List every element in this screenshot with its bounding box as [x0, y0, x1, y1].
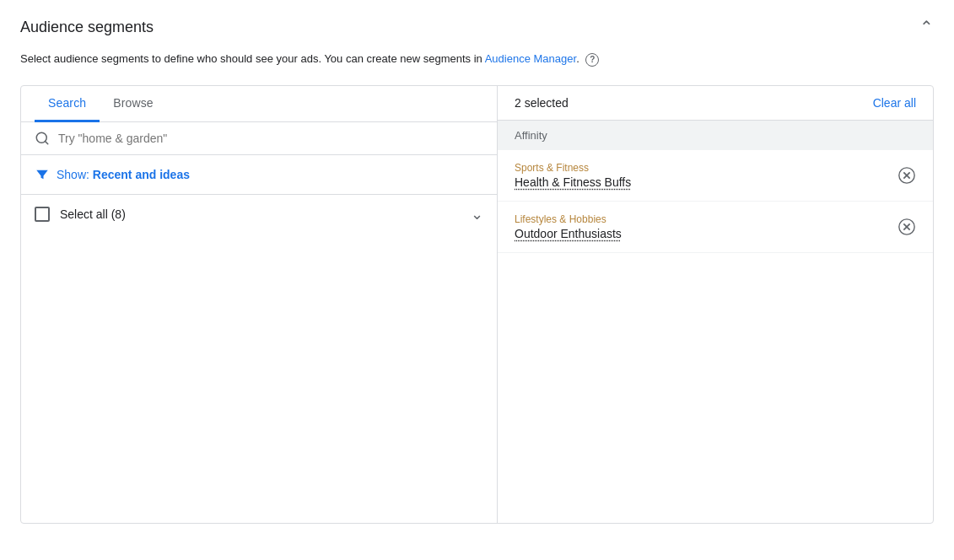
main-panel: Search Browse — [20, 85, 934, 524]
segment-category-2: Lifestyles & Hobbies — [515, 213, 622, 225]
remove-segment-1-button[interactable] — [897, 166, 916, 185]
remove-segment-2-button[interactable] — [897, 218, 916, 236]
search-row — [21, 122, 497, 155]
right-header: 2 selected Clear all — [498, 86, 933, 121]
segment-info-1: Sports & Fitness Health & Fitness Buffs — [515, 162, 631, 189]
segment-category-1: Sports & Fitness — [515, 162, 631, 174]
selected-count: 2 selected — [515, 96, 569, 110]
audience-manager-link[interactable]: Audience Manager — [485, 52, 576, 65]
filter-icon — [35, 167, 50, 182]
select-all-checkbox[interactable] — [35, 207, 50, 222]
tab-search[interactable]: Search — [35, 86, 100, 122]
left-panel: Search Browse — [21, 86, 498, 523]
collapse-icon[interactable]: ⌃ — [919, 17, 934, 37]
list-item: Lifestyles & Hobbies Outdoor Enthusiasts — [498, 202, 933, 253]
affinity-header: Affinity — [498, 121, 933, 150]
search-input[interactable] — [58, 132, 483, 145]
tabs-row: Search Browse — [21, 86, 497, 122]
select-all-label: Select all (8) — [60, 207, 126, 221]
segment-name-1: Health & Fitness Buffs — [515, 175, 631, 189]
chevron-down-icon[interactable]: ⌄ — [471, 205, 483, 223]
description: Select audience segments to define who s… — [20, 51, 934, 68]
tab-browse[interactable]: Browse — [100, 86, 167, 122]
right-panel: 2 selected Clear all Affinity Sports & F… — [498, 86, 933, 523]
search-icon — [35, 131, 50, 146]
filter-label[interactable]: Show: Recent and ideas — [57, 168, 190, 181]
filter-row: Show: Recent and ideas — [21, 155, 497, 195]
segment-name-2: Outdoor Enthusiasts — [515, 227, 622, 240]
list-item: Sports & Fitness Health & Fitness Buffs — [498, 150, 933, 202]
help-icon[interactable]: ? — [585, 53, 599, 67]
segment-info-2: Lifestyles & Hobbies Outdoor Enthusiasts — [515, 213, 622, 240]
page-title: Audience segments — [20, 19, 154, 36]
svg-line-1 — [45, 141, 47, 143]
select-all-row: Select all (8) ⌄ — [21, 195, 497, 234]
clear-all-button[interactable]: Clear all — [873, 96, 916, 110]
